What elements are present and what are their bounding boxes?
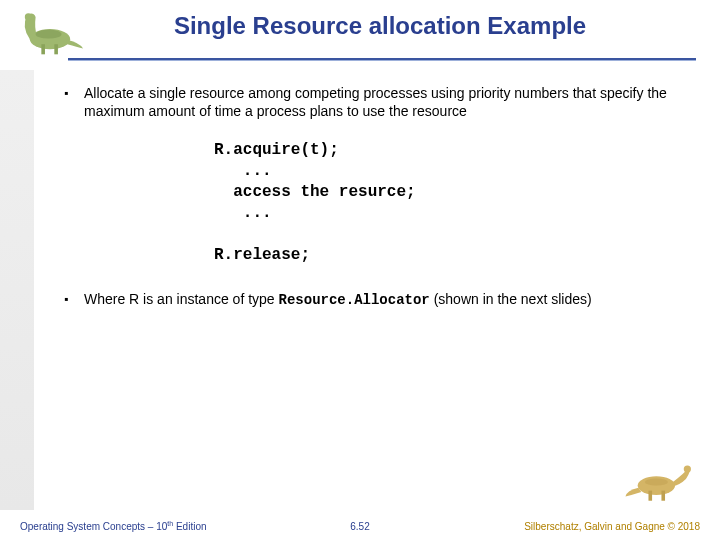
left-sidebar — [0, 70, 34, 510]
bullet-text: Allocate a single resource among competi… — [84, 84, 690, 120]
dinosaur-icon — [624, 460, 696, 504]
bullet-text-post: (shown in the next slides) — [430, 291, 592, 307]
slide-title: Single Resource allocation Example — [0, 12, 720, 40]
bullet-text-mono: Resource.Allocator — [279, 292, 430, 308]
bullet-marker-icon: ▪ — [64, 290, 84, 309]
slide-footer: Operating System Concepts – 10th Edition… — [0, 512, 720, 532]
slide-header: Single Resource allocation Example — [0, 0, 720, 70]
svg-point-6 — [684, 465, 691, 472]
svg-point-9 — [645, 478, 668, 485]
footer-copyright: Silberschatz, Galvin and Gagne © 2018 — [524, 521, 700, 532]
dinosaur-icon — [14, 6, 86, 58]
title-underline — [68, 58, 696, 61]
bullet-item: ▪ Allocate a single resource among compe… — [64, 84, 690, 120]
slide-content: ▪ Allocate a single resource among compe… — [64, 84, 690, 500]
svg-rect-2 — [41, 44, 45, 54]
bullet-text: Where R is an instance of type Resource.… — [84, 290, 690, 309]
bullet-text-pre: Where R is an instance of type — [84, 291, 279, 307]
bullet-marker-icon: ▪ — [64, 84, 84, 120]
svg-rect-7 — [648, 491, 652, 501]
svg-point-1 — [25, 13, 32, 20]
code-block: R.acquire(t); ... access the resurce; ..… — [214, 140, 690, 266]
svg-rect-3 — [54, 44, 58, 54]
bullet-item: ▪ Where R is an instance of type Resourc… — [64, 290, 690, 309]
svg-point-4 — [36, 30, 62, 39]
svg-rect-8 — [661, 491, 665, 501]
